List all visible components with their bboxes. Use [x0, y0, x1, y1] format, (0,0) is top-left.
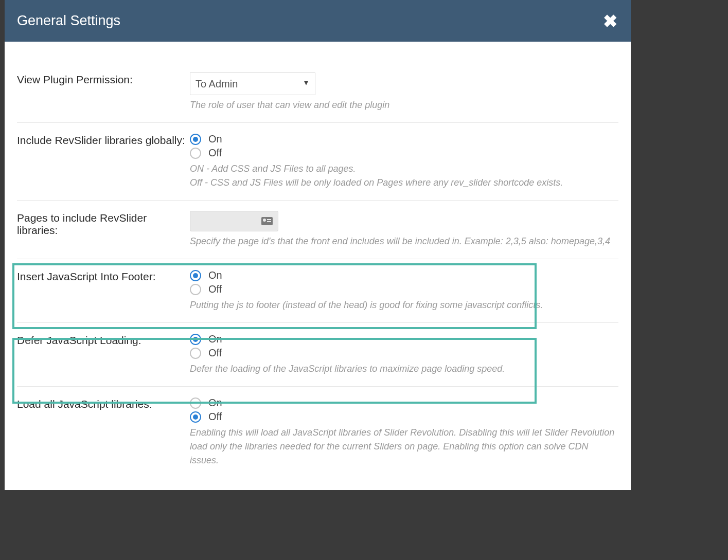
general-settings-modal: General Settings ✖ View Plugin Permissio… — [5, 0, 631, 490]
radio-loadall-off[interactable] — [190, 411, 201, 423]
label-load-all-js: Load all JavaScript libraries: — [17, 397, 190, 467]
row-pages-include: Pages to include RevSlider libraries: Sp… — [17, 201, 618, 259]
radio-globally-off-label: Off — [208, 147, 222, 159]
radio-footer-off-line: Off — [190, 283, 618, 295]
radio-globally-on-label: On — [208, 133, 222, 145]
help-permission: The role of user that can view and edit … — [190, 98, 618, 112]
radio-defer-on-line: On — [190, 333, 618, 345]
radio-loadall-off-label: Off — [208, 411, 222, 423]
radio-loadall-on-line: On — [190, 397, 618, 409]
radio-footer-on[interactable] — [190, 270, 201, 281]
close-icon[interactable]: ✖ — [603, 12, 617, 30]
modal-body: View Plugin Permission: To Admin The rol… — [5, 42, 631, 490]
row-load-all-js: Load all JavaScript libraries: On Off En… — [17, 387, 618, 478]
help-js-footer: Putting the js to footer (instead of the… — [190, 298, 618, 312]
radio-defer-on-label: On — [208, 333, 222, 345]
row-js-footer: Insert JavaScript Into Footer: On Off Pu… — [17, 259, 618, 323]
radio-defer-off[interactable] — [190, 348, 201, 359]
row-include-globally: Include RevSlider libraries globally: On… — [17, 123, 618, 201]
modal-title: General Settings — [17, 13, 120, 29]
label-include-globally: Include RevSlider libraries globally: — [17, 133, 190, 190]
radio-globally-on[interactable] — [190, 134, 201, 145]
label-pages-include: Pages to include RevSlider libraries: — [17, 211, 190, 248]
help-globally-2: Off - CSS and JS Files will be only load… — [190, 176, 618, 190]
modal-header: General Settings ✖ — [5, 0, 631, 42]
help-load-all-js: Enabling this will load all JavaScript l… — [190, 426, 618, 467]
radio-footer-off-label: Off — [208, 283, 222, 295]
radio-defer-on[interactable] — [190, 334, 201, 345]
radio-defer-off-label: Off — [208, 347, 222, 359]
radio-footer-off[interactable] — [190, 284, 201, 295]
radio-loadall-on-label: On — [208, 397, 222, 409]
row-view-plugin-permission: View Plugin Permission: To Admin The rol… — [17, 73, 618, 123]
label-defer-js: Defer JavaScript Loading: — [17, 333, 190, 376]
label-view-permission: View Plugin Permission: — [17, 73, 190, 112]
row-defer-js: Defer JavaScript Loading: On Off Defer t… — [17, 323, 618, 387]
radio-footer-on-label: On — [208, 269, 222, 281]
radio-loadall-off-line: Off — [190, 411, 618, 423]
label-js-footer: Insert JavaScript Into Footer: — [17, 269, 190, 312]
radio-globally-off-line: Off — [190, 147, 618, 159]
radio-globally-on-line: On — [190, 133, 618, 145]
help-pages-include: Specify the page id's that the front end… — [190, 234, 618, 248]
permission-select[interactable]: To Admin — [190, 73, 315, 95]
help-defer-js: Defer the loading of the JavaScript libr… — [190, 362, 618, 376]
id-card-icon — [261, 217, 273, 225]
radio-loadall-on[interactable] — [190, 398, 201, 409]
radio-footer-on-line: On — [190, 269, 618, 281]
help-globally-1: ON - Add CSS and JS Files to all pages. — [190, 162, 618, 176]
radio-defer-off-line: Off — [190, 347, 618, 359]
pages-include-input[interactable] — [190, 211, 278, 231]
permission-select-wrap: To Admin — [190, 73, 315, 95]
radio-globally-off[interactable] — [190, 148, 201, 159]
